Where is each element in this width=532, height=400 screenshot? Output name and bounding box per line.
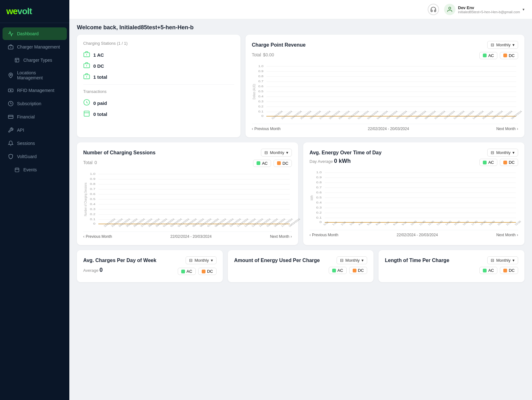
topbar-actions: Dev Env initialed85test+5-hen-Hen-b@gmai… — [428, 4, 524, 15]
svg-text:8:00: 8:00 — [392, 221, 399, 226]
legend-dc[interactable]: DC — [500, 267, 518, 274]
avg-energy-card: Avg. Energy Over Time of Day ⊟ Monthly ▾… — [303, 142, 524, 245]
user-menu[interactable]: Dev Env initialed85test+5-hen-Hen-b@gmai… — [444, 4, 524, 15]
svg-text:13:00: 13:00 — [436, 220, 443, 226]
legend-dc[interactable]: DC — [500, 52, 518, 59]
sidebar-item-label: Financial — [17, 114, 35, 119]
sessions-filter-btn[interactable]: ⊟ Monthly ▾ — [261, 149, 292, 157]
svg-text:16:00: 16:00 — [462, 220, 470, 226]
svg-text:0.9: 0.9 — [90, 177, 95, 180]
day-average: Day Average 0 kWh — [309, 158, 351, 164]
sidebar-item-api[interactable]: API — [3, 124, 67, 136]
rfid-icon — [8, 87, 14, 94]
legend-ac[interactable]: AC — [253, 160, 271, 167]
svg-text:21:00: 21:00 — [505, 220, 513, 226]
sidebar-item-label: Charger Management — [17, 44, 60, 49]
events-icon — [14, 167, 20, 173]
energy-per-charge-filter-btn[interactable]: ⊟ Monthly ▾ — [337, 256, 367, 264]
energy-per-charge-legend: AC DC — [329, 267, 367, 274]
sidebar-item-financial[interactable]: Financial — [3, 111, 67, 123]
legend-dc[interactable]: DC — [198, 268, 217, 275]
dc-dot — [202, 270, 205, 273]
energy-chart-nav: ‹ Previous Month 22/02/2024 - 20/03/2024… — [309, 230, 518, 237]
paid-icon — [83, 99, 90, 107]
svg-text:20:00: 20:00 — [496, 220, 504, 226]
sidebar: wevolt Dashboard Charger Management Char… — [0, 0, 69, 400]
svg-text:0: 0 — [261, 114, 263, 117]
svg-text:0.6: 0.6 — [316, 191, 321, 194]
energy-next-month[interactable]: Next Month › — [496, 233, 518, 237]
energy-per-charge-card: Amount of Energy Used Per Charge ⊟ Month… — [228, 250, 374, 282]
legend-dc[interactable]: DC — [500, 159, 518, 166]
prev-month-btn[interactable]: ‹ Previous Month — [252, 127, 280, 131]
dashboard-grid: Charging Stations (1 / 1) 1 AC 0 DC — [69, 35, 532, 290]
sidebar-item-subscription[interactable]: Subscription — [3, 97, 67, 110]
logo-area: wevolt — [0, 0, 69, 21]
legend-ac[interactable]: AC — [479, 159, 497, 166]
sessions-legend: AC DC — [253, 160, 292, 167]
svg-text:0.9: 0.9 — [316, 176, 321, 179]
sidebar-item-charger-types[interactable]: Charger Types — [3, 54, 67, 66]
sessions-next-month[interactable]: Next Month › — [270, 234, 292, 239]
sidebar-item-label: RFID Management — [17, 88, 54, 93]
user-email: initialed85test+5-hen-Hen-b@gmail.com — [458, 10, 520, 14]
sessions-prev-month[interactable]: ‹ Previous Month — [83, 234, 112, 239]
avg-charges-filter-btn[interactable]: ⊟ Monthly ▾ — [186, 256, 217, 264]
revenue-total: Total $0.00 — [252, 50, 274, 58]
transactions-title: Transactions — [83, 89, 234, 94]
time-per-charge-filter-btn[interactable]: ⊟ Monthly ▾ — [487, 256, 518, 264]
energy-prev-month[interactable]: ‹ Previous Month — [309, 233, 338, 237]
sidebar-item-rfid[interactable]: RFID Management — [3, 84, 67, 97]
svg-text:0.1: 0.1 — [258, 110, 263, 113]
energy-date-range: 22/02/2024 - 20/03/2024 — [397, 233, 438, 237]
charger-management-icon — [8, 44, 14, 50]
dc-dot — [503, 161, 507, 164]
sidebar-item-events[interactable]: Events — [3, 163, 67, 176]
svg-text:0: 0 — [320, 220, 322, 224]
svg-text:0.9: 0.9 — [258, 69, 263, 72]
user-avatar — [444, 4, 455, 15]
support-button[interactable] — [428, 4, 439, 15]
financial-icon — [8, 114, 14, 120]
legend-ac[interactable]: AC — [479, 267, 497, 274]
sidebar-item-charger-management[interactable]: Charger Management — [3, 41, 67, 53]
avg-charges-day-card: Avg. Charges Per Day of Week ⊟ Monthly ▾… — [77, 250, 223, 282]
svg-text:4:00: 4:00 — [357, 221, 364, 226]
welcome-message: Welcome back, Initialed85test+5-hen-Hen-… — [69, 19, 532, 35]
svg-text:1.0: 1.0 — [90, 172, 95, 175]
svg-text:0.5: 0.5 — [90, 197, 95, 201]
energy-per-charge-header: Amount of Energy Used Per Charge ⊟ Month… — [234, 256, 367, 264]
next-month-btn[interactable]: Next Month › — [496, 127, 518, 131]
chevron-down-icon: ▾ — [512, 150, 515, 155]
sessions-chart-nav: ‹ Previous Month 22/02/2024 - 20/03/2024… — [83, 231, 292, 239]
legend-ac[interactable]: AC — [329, 267, 347, 274]
svg-text:0.4: 0.4 — [316, 201, 321, 204]
svg-text:1:00: 1:00 — [331, 221, 338, 226]
legend-ac[interactable]: AC — [479, 52, 497, 59]
energy-filter-btn[interactable]: ⊟ Monthly ▾ — [487, 149, 518, 157]
ac-dot — [483, 54, 487, 57]
revenue-title: Charge Point Revenue — [252, 42, 306, 48]
svg-text:0.7: 0.7 — [258, 79, 263, 83]
sidebar-item-sessions[interactable]: Sessions — [3, 137, 67, 150]
sessions-total: Total 0 — [83, 158, 97, 166]
legend-ac[interactable]: AC — [178, 268, 196, 275]
api-icon — [8, 127, 14, 133]
legend-dc[interactable]: DC — [274, 160, 292, 167]
sessions-icon — [8, 140, 14, 146]
ac-dot — [257, 161, 260, 165]
revenue-filter-btn[interactable]: ⊟ Monthly ▾ — [487, 41, 518, 49]
dc-dot — [503, 54, 507, 57]
legend-dc[interactable]: DC — [349, 267, 367, 274]
sidebar-item-voltguard[interactable]: VoltGuard — [3, 150, 67, 163]
svg-text:0.3: 0.3 — [316, 206, 321, 209]
svg-text:0.5: 0.5 — [316, 196, 321, 199]
total-stat-row: 1 total — [83, 71, 234, 83]
svg-point-15 — [449, 7, 451, 9]
svg-text:Dollars (AUD): Dollars (AUD) — [252, 84, 256, 99]
sidebar-item-locations[interactable]: Locations Management — [3, 67, 67, 83]
dc-charger-icon — [83, 62, 90, 70]
sessions-date-range: 22/02/2024 - 20/03/2024 — [171, 234, 212, 239]
sidebar-item-dashboard[interactable]: Dashboard — [3, 27, 67, 40]
paid-label: 0 paid — [93, 100, 107, 106]
